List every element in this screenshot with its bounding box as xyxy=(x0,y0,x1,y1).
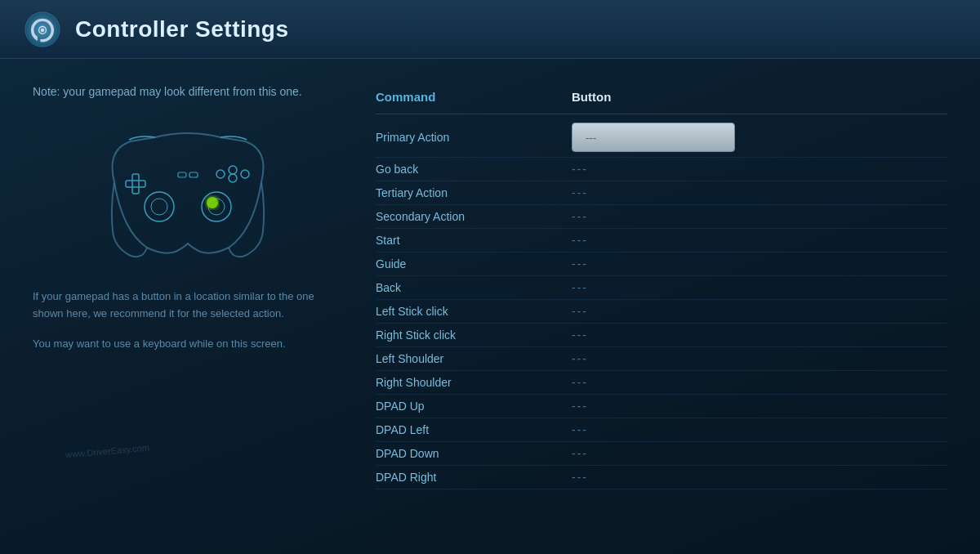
svg-rect-15 xyxy=(189,172,198,177)
button-value: --- xyxy=(572,471,751,484)
button-dashes: --- xyxy=(572,186,588,199)
svg-point-13 xyxy=(207,197,218,208)
table-row[interactable]: DPAD Right--- xyxy=(376,466,947,489)
button-input-box[interactable]: --- xyxy=(572,123,735,152)
button-value: --- xyxy=(572,163,751,176)
table-row[interactable]: Go back--- xyxy=(376,158,947,181)
button-dashes: --- xyxy=(572,400,588,413)
command-label: Tertiary Action xyxy=(376,186,572,199)
table-row[interactable]: Right Shoulder--- xyxy=(376,371,947,395)
table-row[interactable]: Start--- xyxy=(376,229,947,252)
button-dashes: --- xyxy=(572,305,588,318)
command-label: Start xyxy=(376,234,572,247)
svg-point-2 xyxy=(41,28,44,31)
watermark-text: www.DriverEasy.com xyxy=(65,443,150,460)
button-value: --- xyxy=(572,376,751,389)
svg-point-7 xyxy=(229,166,237,174)
button-dashes: --- xyxy=(572,257,588,270)
table-row[interactable]: Guide--- xyxy=(376,252,947,276)
button-value: --- xyxy=(572,400,751,413)
svg-point-9 xyxy=(145,192,174,221)
table-row[interactable]: Left Stick click--- xyxy=(376,300,947,324)
svg-point-8 xyxy=(216,170,225,178)
table-row[interactable]: DPAD Up--- xyxy=(376,395,947,418)
button-value[interactable]: --- xyxy=(572,123,751,152)
command-label: Primary Action xyxy=(376,131,572,144)
content-area: Note: your gamepad may look different fr… xyxy=(0,59,980,554)
svg-point-6 xyxy=(241,170,249,178)
button-dashes: --- xyxy=(572,210,588,223)
button-value: --- xyxy=(572,447,751,460)
table-row[interactable]: Secondary Action--- xyxy=(376,205,947,229)
svg-rect-14 xyxy=(178,172,186,177)
table-row[interactable]: Back--- xyxy=(376,276,947,300)
table-row[interactable]: DPAD Left--- xyxy=(376,418,947,442)
button-value: --- xyxy=(572,328,751,342)
command-label: Back xyxy=(376,281,572,294)
svg-rect-3 xyxy=(132,174,139,194)
svg-point-11 xyxy=(202,192,231,221)
button-value: --- xyxy=(572,257,751,270)
command-label: DPAD Up xyxy=(376,400,572,413)
command-label: DPAD Down xyxy=(376,447,572,460)
button-dashes: --- xyxy=(572,234,588,247)
header: Controller Settings xyxy=(0,0,980,59)
svg-point-5 xyxy=(229,174,237,182)
button-value: --- xyxy=(572,210,751,223)
table-row[interactable]: Primary Action--- xyxy=(376,118,947,158)
svg-rect-4 xyxy=(126,181,145,187)
button-dashes: --- xyxy=(572,376,588,389)
command-label: DPAD Right xyxy=(376,471,572,484)
command-label: Right Stick click xyxy=(376,328,572,342)
button-value: --- xyxy=(572,186,751,199)
button-dashes: --- xyxy=(572,352,588,365)
left-panel: Note: your gamepad may look different fr… xyxy=(33,83,343,529)
gamepad-illustration xyxy=(74,117,302,272)
table-row[interactable]: Tertiary Action--- xyxy=(376,181,947,205)
table-body: Primary Action---Go back---Tertiary Acti… xyxy=(376,118,947,489)
button-value: --- xyxy=(572,281,751,294)
button-value: --- xyxy=(572,234,751,247)
command-label: DPAD Left xyxy=(376,423,572,436)
button-dashes: --- xyxy=(572,423,588,436)
button-value: --- xyxy=(572,305,751,318)
steam-logo-icon xyxy=(24,11,60,47)
column-button-header: Button xyxy=(572,90,751,104)
button-dashes: --- xyxy=(572,163,588,176)
command-label: Right Shoulder xyxy=(376,376,572,389)
table-header: Command Button xyxy=(376,83,947,114)
table-row[interactable]: Left Shoulder--- xyxy=(376,347,947,371)
button-dashes: --- xyxy=(572,281,588,294)
button-dashes: --- xyxy=(572,328,588,342)
page-title: Controller Settings xyxy=(75,16,289,42)
info-text-1: If your gamepad has a button in a locati… xyxy=(33,288,343,323)
command-label: Guide xyxy=(376,257,572,270)
table-row[interactable]: DPAD Down--- xyxy=(376,442,947,466)
command-label: Secondary Action xyxy=(376,210,572,223)
command-label: Go back xyxy=(376,163,572,176)
info-text-2: You may want to use a keyboard while on … xyxy=(33,336,343,353)
button-value: --- xyxy=(572,352,751,365)
svg-point-10 xyxy=(151,199,167,215)
table-row[interactable]: Right Stick click--- xyxy=(376,324,947,347)
right-panel: Command Button Primary Action---Go back-… xyxy=(376,83,947,529)
note-text: Note: your gamepad may look different fr… xyxy=(33,83,343,101)
button-dashes: --- xyxy=(572,447,588,460)
column-command-header: Command xyxy=(376,90,572,104)
button-dashes: --- xyxy=(572,471,588,484)
command-label: Left Stick click xyxy=(376,305,572,318)
button-value: --- xyxy=(572,423,751,436)
command-label: Left Shoulder xyxy=(376,352,572,365)
